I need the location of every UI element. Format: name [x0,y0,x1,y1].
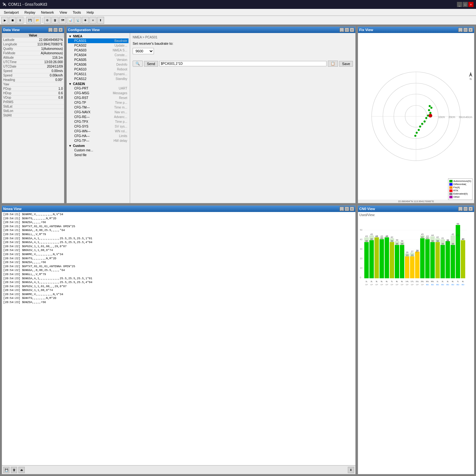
fix-minimize[interactable]: _ [458,28,463,32]
nmea-log-line: [20:54:23] $GPGSV,1,1,01,08,,,29,0*07 [3,285,354,289]
fix-close[interactable]: × [468,28,473,32]
tree-item[interactable]: CFG-TP---HW delay [68,138,129,143]
tree-item[interactable]: CFG-PRTUART [68,86,129,91]
tb-connect[interactable]: ▶ [1,17,8,24]
tb-export[interactable]: ⬆ [97,17,104,24]
menu-help[interactable]: Help [84,10,96,15]
tb-fix[interactable]: ✚ [82,17,89,24]
tree-item[interactable]: PCAS05Version [68,57,129,62]
svg-text:GP: GP [406,284,409,286]
config-view-controls[interactable]: _ □ × [340,28,354,32]
window-controls[interactable]: _ □ × [457,2,473,7]
menu-network[interactable]: Network [38,10,56,15]
tree-item[interactable]: PCAS06DevInfo [68,62,129,67]
data-view-minimize[interactable]: _ [48,28,53,32]
tree-item[interactable]: CFG-MSGMessages [68,91,129,96]
svg-text:41: 41 [380,237,383,239]
data-view-controls[interactable]: _ □ × [48,28,63,32]
minimize-button[interactable]: _ [457,2,462,7]
tree-item[interactable]: CFG-WN---WN rol... [68,129,129,134]
menu-tools[interactable]: Tools [70,10,83,15]
data-row-value [27,100,64,104]
svg-rect-147 [456,225,460,278]
nmea-save-btn[interactable]: 💾 [3,467,10,473]
data-view-title: Data View [3,28,20,32]
cn0-view-controls[interactable]: _ □ × [458,207,473,211]
data-row-label: UTCTime [2,60,27,64]
bottom-row: Nmea View _ □ × [20:54:21] $GNRMC,V,,,,,… [1,205,475,475]
tb-chart[interactable]: 📊 [67,17,74,24]
nmea-scroll-btn[interactable]: ⬇ [348,467,354,473]
data-view-maximize[interactable]: □ [53,28,58,32]
tree-item[interactable]: PCAS11Dynami... [68,72,129,76]
svg-marker-23 [469,72,473,77]
config-minimize[interactable]: _ [340,28,344,32]
menu-serialport[interactable]: Serialport [1,10,21,15]
tree-item[interactable]: CFG-TPXTime p... [68,119,129,124]
tree-item[interactable]: CFG-NAVXNav en... [68,110,129,115]
data-row-value: 116.1m [27,56,64,60]
fix-maximize[interactable]: □ [463,28,468,32]
tree-group-header[interactable]: ▼NMEA [68,34,129,38]
cn0-maximize[interactable]: □ [463,207,468,211]
tb-antenna[interactable]: 📡 [74,17,81,24]
copy-button[interactable]: 📋 [328,61,338,67]
tree-item[interactable]: CFG-HA---Limits [68,134,129,138]
tree-item[interactable]: PCAS01Baudrate [68,38,129,43]
config-maximize[interactable]: □ [345,28,349,32]
tree-group-header[interactable]: ▼Custom [68,144,129,148]
cn0-close[interactable]: × [468,207,473,211]
send-input[interactable] [159,61,327,66]
menu-view[interactable]: View [57,10,70,15]
tree-item[interactable]: CFG-RSTReset [68,96,129,100]
svg-text:0: 0 [360,276,361,279]
tb-save[interactable]: 💾 [26,17,33,24]
nmea-minimize[interactable]: _ [340,207,344,211]
nmea-close[interactable]: × [350,207,354,211]
nmea-log-line: [20:54:22] $GNZDA,,,,,+56 [3,261,354,265]
svg-text:GP: GP [380,284,383,286]
cn0-minimize[interactable]: _ [458,207,463,211]
config-view-titlebar: Configuration View _ □ × [67,27,355,33]
tb-nmea[interactable]: ≡ [89,17,96,24]
send-button[interactable]: Send [144,61,158,67]
svg-point-11 [430,107,432,109]
nmea-filter-btn[interactable]: ⏏ [18,467,25,473]
tree-item[interactable]: PCAS04Conste... [68,53,129,57]
tree-item[interactable]: Custom me... [68,148,129,153]
tb-map[interactable]: 🗺 [59,17,66,24]
menu-replay[interactable]: Replay [22,10,38,15]
nmea-view-title: Nmea View [3,207,22,211]
nmea-maximize[interactable]: □ [345,207,349,211]
nmea-clear-btn[interactable]: 🗑 [11,467,17,473]
svg-text:1L: 1L [366,281,368,282]
data-view-close[interactable]: × [58,28,63,32]
tree-item[interactable]: CFG-RE---Advanc... [68,115,129,119]
tree-item[interactable]: PCAS03NMEA S... [68,48,129,53]
save-button[interactable]: Save [339,61,353,67]
tree-item[interactable]: CFG-TPTime p... [68,100,129,105]
config-close[interactable]: × [350,28,354,32]
maximize-button[interactable]: □ [463,2,468,7]
nmea-log[interactable]: [20:54:21] $GNRMC,V,,,,,,,,,,N,V*34[20:5… [2,212,355,465]
tree-item[interactable]: PCAS10Reboot [68,67,129,72]
baudrate-select[interactable]: 48009600192003840057600115200 [133,48,154,54]
tb-clear[interactable]: 🗑 [51,17,58,24]
svg-point-21 [414,135,416,137]
tb-disconnect[interactable]: ⏹ [9,17,16,24]
search-button[interactable]: 🔍 [133,61,143,67]
tree-item[interactable]: Send file [68,153,129,157]
tb-pause[interactable]: ⏸ [17,17,23,24]
svg-text:23: 23 [406,254,408,256]
tree-item[interactable]: CFG-TM---Time m... [68,105,129,110]
fix-view-controls[interactable]: _ □ × [458,28,473,32]
tree-item[interactable]: PCAS02Update... [68,43,129,48]
nmea-view-controls[interactable]: _ □ × [340,207,354,211]
tb-open[interactable]: 📂 [34,17,41,24]
tree-item[interactable]: CFG-SYSSV sys... [68,124,129,129]
tree-group-header[interactable]: ▼CASEIN [68,82,129,86]
data-view-panel: Data View _ □ × Value Latitude22.6804949… [1,26,65,204]
close-button[interactable]: × [468,2,473,7]
tree-item[interactable]: PCAS12Standby [68,76,129,81]
tb-config[interactable]: ⚙ [44,17,51,24]
